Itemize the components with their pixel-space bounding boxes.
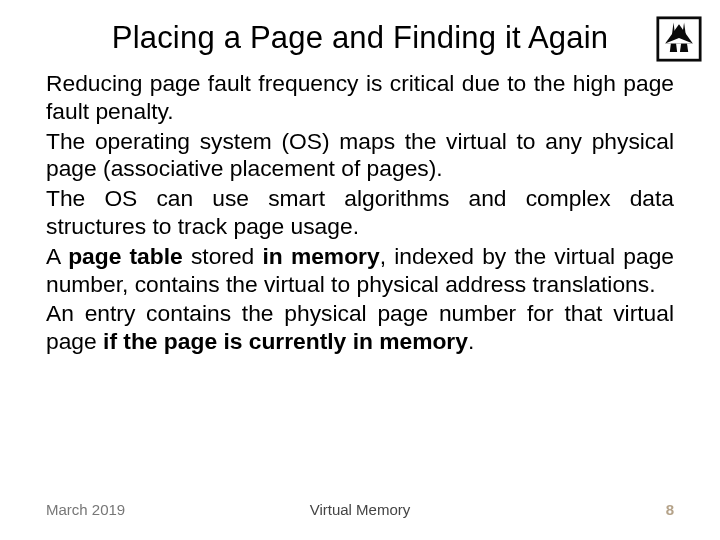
paragraph: An entry contains the physical page numb… — [46, 300, 674, 356]
slide-title: Placing a Page and Finding it Again — [46, 20, 674, 56]
university-logo-icon — [656, 16, 702, 62]
paragraph: The operating system (OS) maps the virtu… — [46, 128, 674, 184]
footer-topic: Virtual Memory — [310, 501, 411, 518]
page-number: 8 — [666, 501, 674, 518]
footer-date: March 2019 — [46, 501, 125, 518]
slide: Placing a Page and Finding it Again Redu… — [0, 0, 720, 540]
text: . — [468, 328, 474, 354]
bold-text: page table — [68, 243, 183, 269]
slide-body: Reducing page fault frequency is critica… — [46, 70, 674, 356]
paragraph: A page table stored in memory, indexed b… — [46, 243, 674, 299]
text: stored — [183, 243, 263, 269]
paragraph: The OS can use smart algorithms and comp… — [46, 185, 674, 241]
bold-text: in memory — [262, 243, 379, 269]
paragraph: Reducing page fault frequency is critica… — [46, 70, 674, 126]
text: A — [46, 243, 68, 269]
slide-footer: March 2019 Virtual Memory 8 — [0, 501, 720, 518]
bold-text: if the page is currently in memory — [103, 328, 468, 354]
